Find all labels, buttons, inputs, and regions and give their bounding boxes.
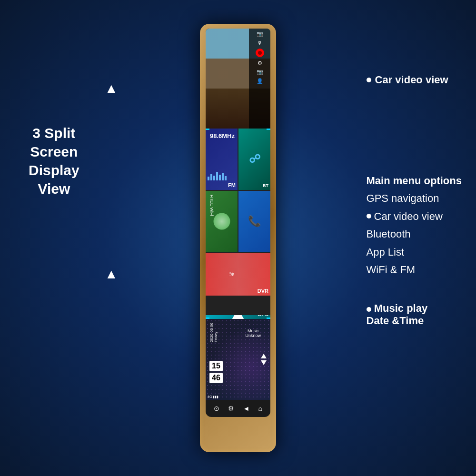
music-next-icon[interactable] <box>261 360 267 365</box>
wave-bar1 <box>208 177 209 180</box>
music-section-labels: Music play Date &Time <box>367 302 462 327</box>
main-menu-label: Main menu options <box>367 172 462 189</box>
music-artist: Unknow <box>245 333 261 338</box>
wifi-ball <box>213 213 230 229</box>
camera-icon: 📷 <box>257 31 263 37</box>
wifi-text-icon: FREE WiFi <box>209 195 214 216</box>
dvr-cell[interactable]: 🏜 DVR <box>206 253 270 296</box>
music-info: Music Unknow <box>245 328 261 338</box>
settings-small-icon: ⚙ <box>258 60 262 66</box>
split-screen-label: 3 Split Screen Display View <box>29 124 79 198</box>
label-line2: Screen <box>29 142 79 161</box>
phone-cell[interactable]: 📞 <box>238 191 270 252</box>
face-icon: 👤 <box>257 78 263 84</box>
bullet-dot3 <box>367 307 371 312</box>
rec-inner <box>258 51 262 55</box>
nav-bar: ⊙ ⚙ ◄ ⌂ <box>206 400 270 417</box>
device-body: 📷 🎙 ⚙ 📷 👤 <box>200 24 276 452</box>
device-wrapper: 📷 🎙 ⚙ 📷 👤 <box>200 24 276 452</box>
date-display: 2020-03-06 Friday <box>209 323 218 342</box>
wave-bar5 <box>219 175 221 180</box>
fm-waveform <box>208 172 227 180</box>
wave-bar3 <box>213 176 215 180</box>
dvr-label: DVR <box>258 288 268 294</box>
bracket-tl-h <box>206 129 209 130</box>
wave-bar6 <box>222 173 224 180</box>
bt-label: BT <box>263 183 268 188</box>
date-time-label: Date &Time <box>367 315 462 327</box>
music-play-label: Music play <box>367 302 462 315</box>
time-boxes: 15 46 <box>209 361 223 383</box>
wifi-cell[interactable]: FREE WiFi <box>206 191 238 252</box>
bullet-dot <box>367 78 371 82</box>
right-labels-panel: Car video view Main menu options GPS nav… <box>367 74 462 327</box>
bluetooth-cell[interactable]: ☍ BT <box>238 129 270 190</box>
fm-frequency: 98.6MHz <box>210 132 235 139</box>
label-line4: View <box>29 179 79 198</box>
bullet-dot2 <box>367 214 371 218</box>
nav-settings-icon[interactable]: ⚙ <box>228 405 234 412</box>
wave-bar7 <box>225 176 227 180</box>
menu-grid[interactable]: 98.6MHz FM ☍ BT FREE WiFi 📞 <box>206 129 270 319</box>
car-video-top-label: Car video view <box>367 74 462 86</box>
gps-cell[interactable]: GPS <box>206 315 270 319</box>
time-hour: 15 <box>209 361 223 371</box>
gps-nav-label: GPS navigation <box>367 189 462 207</box>
menu-list: Main menu options GPS navigation Car vid… <box>367 172 462 278</box>
phone-icon: 📞 <box>248 215 261 228</box>
record-button[interactable] <box>256 49 264 57</box>
music-arrows <box>261 354 267 365</box>
nav-back-icon[interactable]: ◄ <box>243 405 249 412</box>
gps-label: GPS <box>258 315 268 317</box>
music-prev-icon[interactable] <box>261 354 267 358</box>
signal-bar: 4G ▮▮▮ <box>208 395 218 399</box>
bracket-tr-h <box>267 129 270 130</box>
fm-label: FM <box>228 182 236 188</box>
dvr-thumbnail: 🏜 <box>229 271 234 277</box>
time-minute: 46 <box>209 373 223 383</box>
screen-area: 📷 🎙 ⚙ 📷 👤 <box>206 29 270 447</box>
wave-bar2 <box>210 174 212 180</box>
nav-camera-icon[interactable]: ⊙ <box>214 405 219 412</box>
bluetooth-icon: ☍ <box>249 152 260 166</box>
wave-bar4 <box>216 172 218 180</box>
label-line3: Display <box>29 161 79 179</box>
bottom-section[interactable]: 2020-03-06 Friday 15 46 Music Unknow 4G … <box>206 319 270 400</box>
label-line1: 3 Split <box>29 124 79 142</box>
car-video-section[interactable]: 📷 🎙 ⚙ 📷 👤 <box>206 29 270 129</box>
car-video-overlay: 📷 🎙 ⚙ 📷 👤 <box>249 29 270 129</box>
menu-grid-wrapper: 98.6MHz FM ☍ BT FREE WiFi 📞 <box>206 129 270 319</box>
gps-arrow-icon <box>228 315 248 319</box>
nav-home-icon[interactable]: ⌂ <box>258 405 262 412</box>
mic-icon: 🎙 <box>257 40 262 46</box>
bluetooth-label: Bluetooth <box>367 225 462 243</box>
wifi-fm-label: WiFi & FM <box>367 261 462 278</box>
app-list-label: App List <box>367 243 462 261</box>
left-arrow-top: ▲ <box>105 81 118 96</box>
photo-icon: 📷 <box>257 69 263 75</box>
fm-cell[interactable]: 98.6MHz FM <box>206 129 238 190</box>
music-title: Music <box>245 328 261 333</box>
left-arrow-bottom: ▲ <box>105 267 118 282</box>
car-video-label: Car video view <box>367 208 462 225</box>
